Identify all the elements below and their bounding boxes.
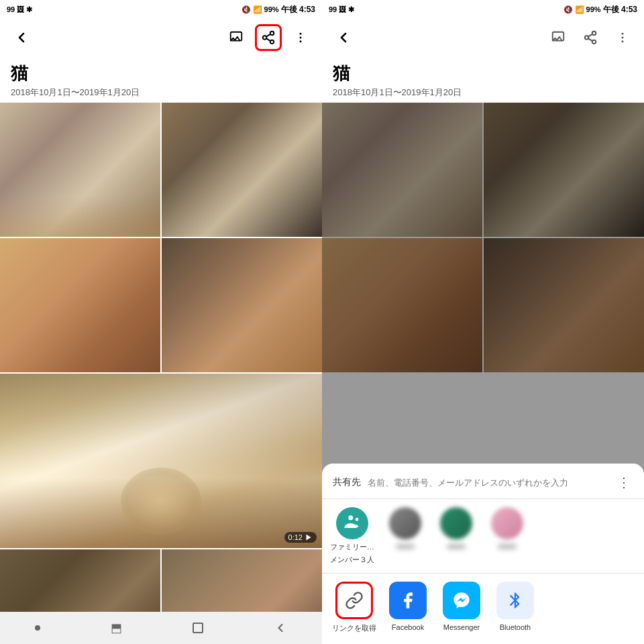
left-panel: 99 🖼 ✱ 🔇 📶 99% 午後 4:53	[0, 0, 322, 644]
share-recipient-input[interactable]	[368, 478, 608, 488]
video-duration-badge: 0:12	[284, 532, 317, 543]
r-photo-cell-2	[484, 103, 644, 237]
photo-cell-4[interactable]	[162, 238, 322, 372]
svg-line-5	[266, 34, 270, 37]
blurred-name-1: ●●●●	[396, 542, 415, 550]
svg-line-14	[588, 38, 592, 41]
svg-line-4	[266, 38, 270, 41]
blurred-avatar-3	[491, 507, 523, 539]
album-title: 猫	[11, 62, 311, 85]
photo-cell-3[interactable]	[0, 238, 160, 372]
more-options-button[interactable]	[287, 24, 314, 51]
r-time: 午後 4:53	[603, 4, 637, 15]
contact-blurred-2[interactable]: ●●●●	[436, 507, 476, 565]
photo-cell-1[interactable]	[0, 103, 160, 237]
nav-square-icon[interactable]	[193, 623, 203, 633]
battery-text: 99%	[264, 5, 279, 13]
right-action-icons	[223, 24, 314, 51]
bluetooth-icon	[496, 582, 534, 619]
r-mute-icon: 🔇	[564, 5, 573, 14]
right-status-icons: 🔇 📶 99% 午後 4:53	[241, 4, 315, 15]
svg-point-6	[300, 33, 302, 35]
nav-back-icon[interactable]	[274, 621, 287, 635]
divider-1	[322, 498, 644, 499]
grid-row-3	[0, 549, 322, 612]
r-photos-icon: 🖼	[339, 5, 346, 13]
share-header: 共有先 ⋮	[322, 464, 644, 496]
photo-cell-5-large[interactable]: 0:12	[0, 374, 322, 548]
messenger-label: Messenger	[443, 623, 480, 631]
left-status-icons: 99 🖼 ✱	[7, 5, 32, 14]
r-edit-button[interactable]	[545, 24, 572, 51]
blurred-avatar-2	[440, 507, 472, 539]
right-status-right: 🔇 📶 99% 午後 4:53	[564, 4, 637, 15]
share-to-label: 共有先	[333, 476, 361, 488]
right-status-left: 99 🖼 ✱	[329, 5, 354, 14]
r-more-button[interactable]	[609, 24, 636, 51]
app-bluetooth[interactable]: Bluetooth	[491, 582, 539, 633]
r-album-title: 猫	[333, 62, 633, 85]
r-share-button[interactable]	[577, 24, 604, 51]
contact-blurred-1[interactable]: ●●●●	[385, 507, 425, 565]
svg-point-8	[300, 40, 302, 42]
app-get-link[interactable]: リンクを取得	[330, 582, 378, 633]
r-album-date: 2018年10月1日〜2019年1月20日	[333, 87, 633, 99]
r-signal-icon: 99	[329, 5, 337, 13]
r-album-title-section: 猫 2018年10月1日〜2019年1月20日	[322, 56, 644, 103]
right-top-bar	[322, 19, 644, 56]
r-photo-cell-3	[322, 238, 482, 372]
svg-point-16	[622, 33, 624, 35]
svg-marker-9	[307, 535, 311, 541]
family-label: ファミリー…	[330, 542, 374, 552]
photo-cell-2[interactable]	[162, 103, 322, 237]
r-photo-cell-1	[322, 103, 482, 237]
share-button[interactable]	[255, 24, 282, 51]
photo-grid: 0:12	[0, 103, 322, 612]
photos-icon: 🖼	[17, 5, 24, 13]
facebook-icon	[389, 582, 427, 619]
nav-recents-icon[interactable]: ⬒	[111, 621, 122, 635]
contacts-row: ファミリー… メンバー３人 ●●●● ●●●● ●●●●	[322, 502, 644, 570]
album-title-section: 猫 2018年10月1日〜2019年1月20日	[0, 56, 322, 103]
time-display: 午後 4:53	[281, 4, 315, 15]
r-right-icons	[545, 24, 636, 51]
left-status-bar: 99 🖼 ✱ 🔇 📶 99% 午後 4:53	[0, 0, 322, 19]
grid-row-1	[0, 103, 322, 237]
svg-line-15	[588, 34, 592, 37]
left-top-bar	[0, 19, 322, 56]
right-status-bar: 99 🖼 ✱ 🔇 📶 99% 午後 4:53	[322, 0, 644, 19]
r-back-button[interactable]	[330, 24, 357, 51]
app-facebook[interactable]: Facebook	[384, 582, 432, 633]
r-battery: 99%	[586, 5, 601, 13]
get-link-label: リンクを取得	[332, 623, 376, 633]
edit-icon-button[interactable]	[223, 24, 250, 51]
r-grid-row-2	[322, 238, 644, 372]
blurred-name-2: ●●●●	[447, 542, 466, 550]
svg-point-7	[300, 37, 302, 39]
back-button[interactable]	[8, 24, 35, 51]
contact-family[interactable]: ファミリー… メンバー３人	[330, 507, 374, 565]
family-avatar	[336, 507, 368, 539]
share-sheet: 共有先 ⋮ ファミリー… メンバー３人 ●●●● ●●	[322, 464, 644, 644]
svg-point-18	[622, 40, 624, 42]
r-photo-cell-4	[484, 238, 644, 372]
share-more-button[interactable]: ⋮	[614, 473, 633, 492]
album-date: 2018年10月1日〜2019年1月20日	[11, 87, 311, 99]
right-panel: 99 🖼 ✱ 🔇 📶 99% 午後 4:53	[322, 0, 644, 644]
signal-icon: 99	[7, 5, 15, 13]
blurred-avatar-1	[389, 507, 421, 539]
messenger-icon	[443, 582, 480, 619]
get-link-icon	[335, 582, 373, 619]
bluetooth-status-icon: ✱	[26, 5, 32, 14]
contact-blurred-3[interactable]: ●●●●	[487, 507, 527, 565]
facebook-label: Facebook	[392, 623, 424, 631]
blurred-name-3: ●●●●	[498, 542, 517, 550]
app-messenger[interactable]: Messenger	[437, 582, 486, 633]
left-bottom-nav: ⬒	[0, 612, 322, 644]
r-bluetooth-icon: ✱	[348, 5, 354, 14]
bluetooth-label: Bluetooth	[500, 623, 531, 631]
family-sub: メンバー３人	[330, 555, 374, 565]
photo-cell-6[interactable]	[0, 549, 160, 612]
nav-home-dot[interactable]	[35, 625, 40, 631]
photo-cell-7[interactable]	[162, 549, 322, 612]
